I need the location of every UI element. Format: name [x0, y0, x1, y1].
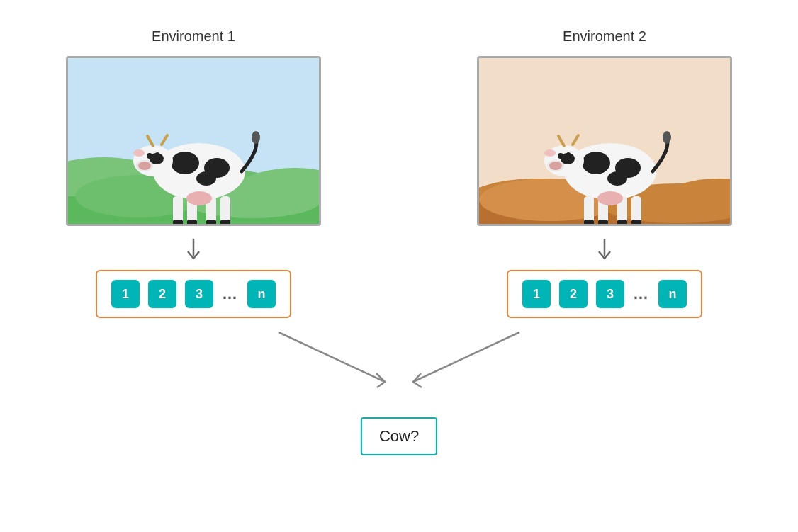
svg-rect-26	[220, 220, 230, 225]
svg-point-18	[133, 149, 145, 157]
env1-chip-n: n	[247, 280, 276, 308]
classifier-box: Cow?	[361, 417, 437, 455]
env2-arrow-down	[594, 237, 615, 263]
convergence-section: Cow?	[130, 325, 668, 424]
svg-rect-19	[173, 196, 183, 223]
env1-feature-box: 1 2 3 … n	[96, 270, 291, 318]
svg-rect-57	[631, 220, 641, 225]
environment-1: Enviroment 1	[66, 28, 321, 318]
classifier-question: Cow?	[379, 427, 419, 445]
svg-rect-53	[631, 196, 641, 223]
svg-point-15	[138, 162, 151, 170]
svg-rect-54	[584, 220, 594, 225]
env1-arrow-down	[183, 237, 204, 263]
svg-point-58	[663, 131, 671, 144]
env2-chip-n: n	[658, 280, 687, 308]
svg-line-63	[413, 332, 519, 382]
environments-row: Enviroment 1	[66, 28, 732, 318]
svg-point-8	[171, 152, 199, 174]
svg-rect-25	[206, 220, 216, 225]
svg-point-10	[196, 171, 216, 186]
svg-rect-24	[187, 220, 197, 225]
env2-feature-box: 1 2 3 … n	[507, 270, 702, 318]
classifier-section: Cow?	[361, 382, 437, 455]
environment-2: Enviroment 2	[477, 28, 732, 318]
svg-rect-55	[598, 220, 608, 225]
svg-rect-22	[220, 196, 230, 223]
svg-point-60	[561, 153, 575, 164]
svg-point-59	[597, 191, 623, 205]
env2-title: Enviroment 2	[563, 28, 646, 45]
svg-rect-23	[173, 220, 183, 225]
env1-chip-2: 2	[148, 280, 176, 308]
svg-point-39	[582, 152, 610, 174]
env1-image-frame	[66, 56, 321, 226]
svg-line-62	[279, 332, 385, 382]
env1-title: Enviroment 1	[152, 28, 235, 45]
env2-dots: …	[633, 285, 650, 303]
svg-point-49	[544, 149, 556, 157]
svg-point-27	[252, 131, 260, 144]
main-container: Enviroment 1	[0, 0, 798, 532]
svg-rect-50	[584, 196, 594, 223]
svg-rect-56	[617, 220, 627, 225]
svg-point-41	[607, 171, 627, 186]
env2-chip-1: 1	[522, 280, 551, 308]
svg-point-46	[549, 162, 562, 170]
svg-point-28	[186, 191, 212, 205]
svg-point-29	[150, 153, 164, 164]
env2-chip-3: 3	[596, 280, 624, 308]
env1-chip-3: 3	[185, 280, 213, 308]
env2-chip-2: 2	[559, 280, 588, 308]
env1-dots: …	[222, 285, 239, 303]
env2-image-frame	[477, 56, 732, 226]
env1-chip-1: 1	[111, 280, 140, 308]
